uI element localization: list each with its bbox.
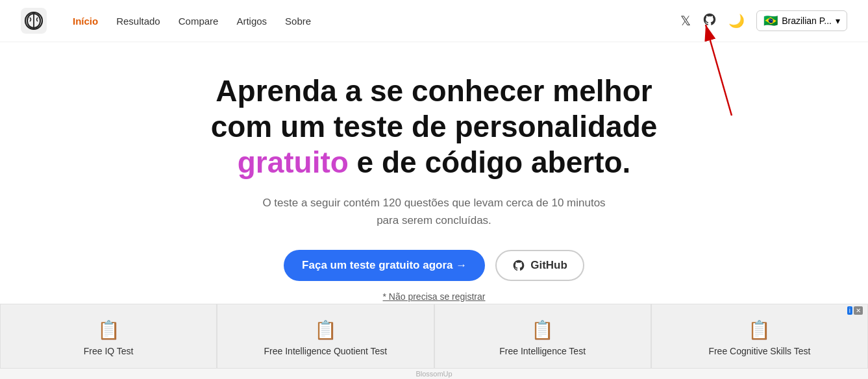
brazil-flag: 🇧🇷 — [763, 14, 778, 28]
cta-row: Faça um teste gratuito agora → GitHub — [13, 250, 855, 281]
chevron-down-icon: ▾ — [836, 16, 840, 26]
nav-resultado[interactable]: Resultado — [116, 16, 160, 27]
moon-icon[interactable]: 🌙 — [728, 13, 745, 29]
ad-card-icon-4: 📋 — [748, 319, 771, 341]
lang-label: Brazilian P... — [782, 16, 832, 26]
nav-links: Início Resultado Compare Artigos Sobre — [73, 16, 311, 27]
ad-controls: i ✕ — [847, 306, 863, 315]
headline-before: Aprenda a se conhecer melhor com um test… — [211, 74, 658, 143]
ad-card-label-1: Free IQ Test — [84, 346, 134, 356]
logo[interactable] — [21, 8, 47, 34]
ad-section: i ✕ 📋 Free IQ Test 📋 Free Intelligence Q… — [0, 304, 868, 379]
ad-card-icon-1: 📋 — [97, 319, 120, 341]
github-label: GitHub — [530, 259, 567, 272]
hero-subtext: O teste a seguir contém 120 questões que… — [253, 194, 616, 229]
ad-bottom-label: BlossomUp — [0, 369, 868, 379]
hero-section: Aprenda a se conhecer melhor com um test… — [0, 42, 868, 317]
take-test-button[interactable]: Faça um teste gratuito agora → — [284, 250, 485, 281]
ad-card-cognitive-skills[interactable]: 📋 Free Cognitive Skills Test — [651, 304, 868, 369]
ad-card-iq-test[interactable]: 📋 Free IQ Test — [0, 304, 217, 369]
nav-sobre[interactable]: Sobre — [285, 16, 311, 27]
ad-card-label-3: Free Intelligence Test — [499, 346, 586, 356]
language-selector[interactable]: 🇧🇷 Brazilian P... ▾ — [756, 10, 847, 31]
ad-card-icon-2: 📋 — [314, 319, 337, 341]
ad-card-label-2: Free Intelligence Quotient Test — [264, 346, 388, 356]
ad-card-intelligence-test[interactable]: 📋 Free Intelligence Test — [434, 304, 651, 369]
nav-right: 𝕏 🌙 🇧🇷 Brazilian P... ▾ — [680, 10, 847, 31]
navbar: Início Resultado Compare Artigos Sobre 𝕏… — [0, 0, 868, 42]
ad-close-button[interactable]: ✕ — [854, 306, 863, 315]
nav-compare[interactable]: Compare — [179, 16, 219, 27]
ad-cards-row: 📋 Free IQ Test 📋 Free Intelligence Quoti… — [0, 304, 868, 369]
brain-icon — [21, 8, 47, 34]
headline-highlight: gratuito — [238, 145, 349, 179]
ad-card-label-4: Free Cognitive Skills Test — [708, 346, 810, 356]
github-icon[interactable] — [702, 12, 717, 30]
no-register-link[interactable]: * Não precisa se registrar — [13, 291, 855, 302]
take-test-label: Faça um teste gratuito agora → — [302, 259, 467, 272]
ad-info-button[interactable]: i — [847, 306, 852, 315]
nav-inicio[interactable]: Início — [73, 16, 98, 27]
hero-headline: Aprenda a se conhecer melhor com um test… — [207, 73, 662, 181]
github-button[interactable]: GitHub — [495, 250, 584, 281]
github-btn-icon — [512, 259, 525, 272]
headline-after: e de código aberto. — [349, 145, 631, 179]
ad-card-icon-3: 📋 — [531, 319, 554, 341]
twitter-icon[interactable]: 𝕏 — [680, 13, 691, 29]
ad-card-intelligence-quotient[interactable]: 📋 Free Intelligence Quotient Test — [217, 304, 434, 369]
nav-artigos[interactable]: Artigos — [236, 16, 267, 27]
